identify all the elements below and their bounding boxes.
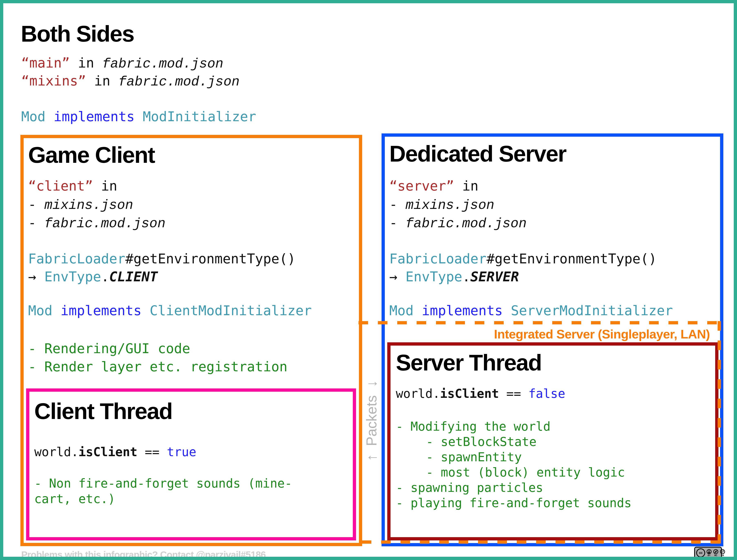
ds-file-mixins-line: - mixins.json — [389, 196, 494, 214]
gc-mod-line: Mod implements ClientModInitializer — [28, 302, 312, 319]
st-world-dot: . — [433, 386, 440, 401]
st-note-particles: - spawning particles — [396, 480, 543, 495]
mixins-in-fabric-line: “mixins” in fabric.mod.json — [21, 73, 240, 91]
cc-nc-unit: $ NC — [713, 549, 719, 557]
gc-result-dot: . — [101, 269, 109, 285]
contact-note: Problems with this infographic? Contact … — [21, 549, 266, 560]
dedicated-server-title: Dedicated Server — [389, 141, 566, 166]
nc-dollar-slash-icon: $ — [713, 549, 718, 554]
st-note-modifying: - Modifying the world — [396, 419, 551, 434]
gc-file1-name: mixins.json — [44, 198, 133, 213]
integrated-server-label: Integrated Server (Singleplayer, LAN) — [494, 327, 710, 341]
st-note-sounds: - playing fire-and-forget sounds — [396, 495, 632, 511]
gc-file-fabric-line: - fabric.mod.json — [28, 214, 166, 232]
gc-env-method: #getEnvironmentType() — [125, 251, 296, 267]
ct-note-sounds-2: cart, etc.) — [34, 491, 115, 507]
mod-initializer-line: Mod implements ModInitializer — [21, 108, 256, 125]
gc-file2-name: fabric.mod.json — [44, 216, 165, 231]
mixins-file: fabric.mod.json — [119, 74, 240, 90]
ct-world-line: world.isClient == true — [34, 444, 196, 460]
ds-env-call-line: FabricLoader#getEnvironmentType() — [389, 251, 657, 267]
page-title: Both Sides — [21, 21, 134, 46]
integrated-server-dash-top — [359, 321, 721, 324]
cc-logo-icon: cc — [696, 548, 705, 557]
by-label: BY — [708, 554, 710, 557]
st-note-setblockstate: - setBlockState — [426, 434, 536, 449]
ds-env-class: FabricLoader — [389, 251, 486, 267]
ds-file1-name: mixins.json — [405, 198, 494, 213]
ds-file2-dash: - — [389, 215, 405, 231]
gc-result-value: CLIENT — [109, 269, 158, 285]
gc-env-result-line: → EnvType.CLIENT — [28, 268, 158, 285]
by-person-icon — [707, 549, 711, 554]
gc-env-call-line: FabricLoader#getEnvironmentType() — [28, 251, 296, 267]
gc-result-class: EnvType — [44, 269, 101, 285]
ct-world-eq: == — [138, 445, 167, 459]
ds-env-result-line: → EnvType.SERVER — [389, 268, 519, 285]
st-world-obj: world — [396, 386, 433, 401]
gc-env-class: FabricLoader — [28, 251, 125, 267]
mixins-mid: in — [86, 73, 119, 89]
ds-mod-line: Mod implements ServerModInitializer — [389, 302, 673, 319]
st-world-value: false — [528, 386, 565, 401]
game-client-title: Game Client — [28, 142, 155, 167]
ds-file1-dash: - — [389, 196, 405, 212]
ds-env-method: #getEnvironmentType() — [486, 251, 657, 267]
sa-label: SA — [721, 554, 724, 557]
ds-mod-type: Mod — [389, 303, 413, 318]
st-world-eq: == — [499, 386, 528, 401]
person-head — [708, 550, 710, 552]
gc-file-mixins-line: - mixins.json — [28, 196, 133, 214]
client-thread-title: Client Thread — [34, 399, 172, 424]
main-key: “main” — [21, 55, 70, 71]
ct-world-prop: isClient — [79, 445, 138, 459]
packets-flow-label: ↑ Packets ↓ — [363, 362, 380, 480]
gc-file2-dash: - — [28, 215, 44, 231]
gc-file1-dash: - — [28, 196, 44, 212]
ct-world-dot: . — [71, 445, 79, 459]
ds-result-value: SERVER — [470, 269, 519, 285]
cc-license-badge: cc BY $ NC ↺ SA — [694, 547, 722, 559]
ds-file2-name: fabric.mod.json — [405, 216, 526, 231]
ds-result-dot: . — [462, 269, 470, 285]
gc-result-arrow: → — [28, 269, 44, 285]
ds-server-in-line: “server” in — [389, 178, 478, 195]
gc-mod-interface: ClientModInitializer — [150, 303, 312, 318]
infographic-canvas: Both Sides “main” in fabric.mod.json “mi… — [0, 0, 737, 560]
st-world-prop: isClient — [440, 386, 499, 401]
gc-note-rendering: - Rendering/GUI code — [28, 340, 190, 357]
gc-client-key: “client” — [28, 178, 93, 194]
ct-note-sounds-1: - Non fire-and-forget sounds (mine- — [34, 476, 292, 491]
mod-type: Mod — [21, 109, 45, 124]
ds-file-fabric-line: - fabric.mod.json — [389, 214, 527, 232]
ds-result-arrow: → — [389, 269, 405, 285]
main-file: fabric.mod.json — [102, 56, 223, 72]
ds-mod-interface: ServerModInitializer — [511, 303, 673, 318]
ct-world-value: true — [167, 445, 196, 459]
ds-mod-keyword: implements — [413, 303, 511, 318]
st-note-entity-logic: - most (block) entity logic — [426, 465, 625, 480]
server-thread-title: Server Thread — [396, 350, 541, 375]
gc-note-render-layer: - Render layer etc. registration — [28, 358, 288, 375]
st-note-spawnentity: - spawnEntity — [426, 449, 522, 465]
person-body — [708, 552, 710, 553]
gc-mod-keyword: implements — [52, 303, 150, 318]
main-mid: in — [70, 55, 102, 71]
ct-world-obj: world — [34, 445, 71, 459]
cc-sa-unit: ↺ SA — [720, 549, 725, 557]
mod-keyword: implements — [45, 109, 143, 124]
sa-arrow-icon: ↺ — [720, 549, 725, 554]
gc-client-in-line: “client” in — [28, 178, 117, 195]
gc-client-rest: in — [93, 178, 117, 194]
st-world-line: world.isClient == false — [396, 386, 565, 401]
mixins-key: “mixins” — [21, 73, 86, 89]
ds-result-class: EnvType — [405, 269, 462, 285]
sa-arrow: ↺ — [721, 550, 724, 553]
main-in-fabric-line: “main” in fabric.mod.json — [21, 55, 223, 73]
ds-server-rest: in — [454, 178, 478, 194]
gc-mod-type: Mod — [28, 303, 52, 318]
nc-label: NC — [714, 554, 717, 557]
mod-interface: ModInitializer — [143, 109, 256, 124]
integrated-server-dash-bottom — [362, 540, 721, 544]
cc-by-unit: BY — [706, 549, 712, 557]
